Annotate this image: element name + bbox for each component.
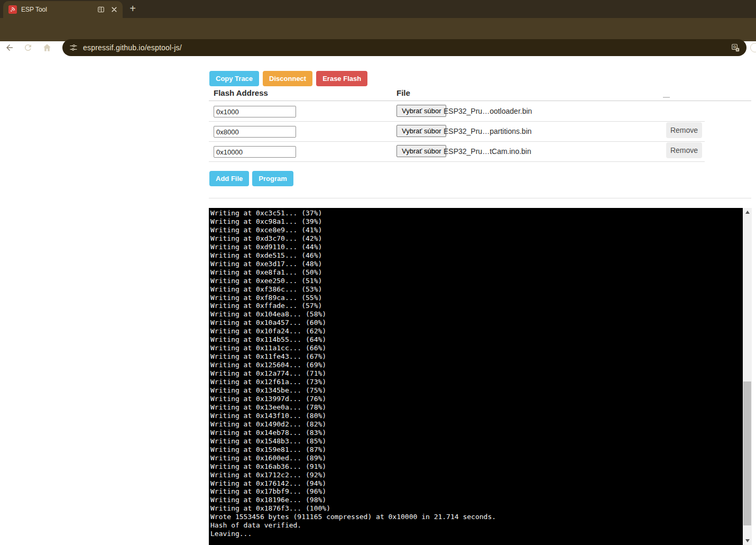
top-action-row: Copy Trace Disconnect Erase Flash xyxy=(209,71,367,86)
erase-flash-button[interactable]: Erase Flash xyxy=(316,71,367,86)
file-name: ESP32_Pru…partitions.bin xyxy=(444,127,532,135)
url-text[interactable]: espressif.github.io/esptool-js/ xyxy=(83,43,731,52)
table-row: Vybrať súbor ESP32_Pru…partitions.bin Re… xyxy=(209,121,751,141)
row-divider xyxy=(209,161,705,162)
back-icon[interactable] xyxy=(5,43,14,52)
terminal-scrollbar[interactable] xyxy=(743,208,752,545)
empty-column-dash xyxy=(663,97,670,98)
profile-icon[interactable] xyxy=(750,43,756,52)
choose-file-button[interactable]: Vybrať súbor xyxy=(397,105,446,117)
file-name: ESP32_Pru…ootloader.bin xyxy=(444,107,532,115)
screen: ESP Tool + xyxy=(0,0,756,545)
copy-trace-button[interactable]: Copy Trace xyxy=(209,71,259,86)
espressif-favicon-icon xyxy=(8,5,17,14)
section-divider xyxy=(209,198,751,198)
file-name: ESP32_Pru…tCam.ino.bin xyxy=(444,147,531,156)
remove-file-button[interactable]: Remove xyxy=(666,122,702,138)
column-header-flash-address: Flash Address xyxy=(214,88,268,97)
tab-title: ESP Tool xyxy=(21,6,97,13)
address-bar[interactable]: espressif.github.io/esptool-js/ G xyxy=(62,39,746,56)
choose-file-button[interactable]: Vybrať súbor xyxy=(397,125,446,137)
choose-file-button[interactable]: Vybrať súbor xyxy=(397,145,446,157)
home-icon[interactable] xyxy=(42,43,52,52)
disconnect-button[interactable]: Disconnect xyxy=(263,71,312,86)
flash-address-input[interactable] xyxy=(214,126,296,138)
translate-icon[interactable]: G xyxy=(731,43,740,52)
bottom-action-row: Add File Program xyxy=(209,171,293,186)
column-header-file: File xyxy=(397,88,410,97)
table-row: Vybrať súbor ESP32_Pru…ootloader.bin xyxy=(209,101,751,121)
terminal-console: Writing at 0xc3c51... (37%) Writing at 0… xyxy=(209,208,752,545)
tab-organize-icon[interactable] xyxy=(97,5,105,14)
browser-tab[interactable]: ESP Tool xyxy=(3,1,123,18)
scrollbar-thumb[interactable] xyxy=(743,382,751,525)
add-file-button[interactable]: Add File xyxy=(209,171,249,186)
refresh-icon[interactable] xyxy=(23,43,33,52)
new-tab-button[interactable]: + xyxy=(127,3,139,15)
remove-file-button[interactable]: Remove xyxy=(666,142,702,158)
terminal-output: Writing at 0xc3c51... (37%) Writing at 0… xyxy=(209,208,742,545)
site-info-icon[interactable] xyxy=(69,43,78,52)
scroll-down-icon[interactable] xyxy=(743,537,752,545)
program-button[interactable]: Program xyxy=(252,171,293,186)
flash-address-input[interactable] xyxy=(214,146,296,158)
scroll-up-icon[interactable] xyxy=(743,208,752,216)
browser-tab-bar: ESP Tool + xyxy=(0,0,756,18)
browser-toolbar: espressif.github.io/esptool-js/ G xyxy=(0,18,756,41)
tab-close-icon[interactable] xyxy=(109,5,119,14)
flash-address-input[interactable] xyxy=(214,106,296,117)
browser-chrome: ESP Tool + xyxy=(0,0,756,41)
table-row: Vybrať súbor ESP32_Pru…tCam.ino.bin Remo… xyxy=(209,141,751,161)
